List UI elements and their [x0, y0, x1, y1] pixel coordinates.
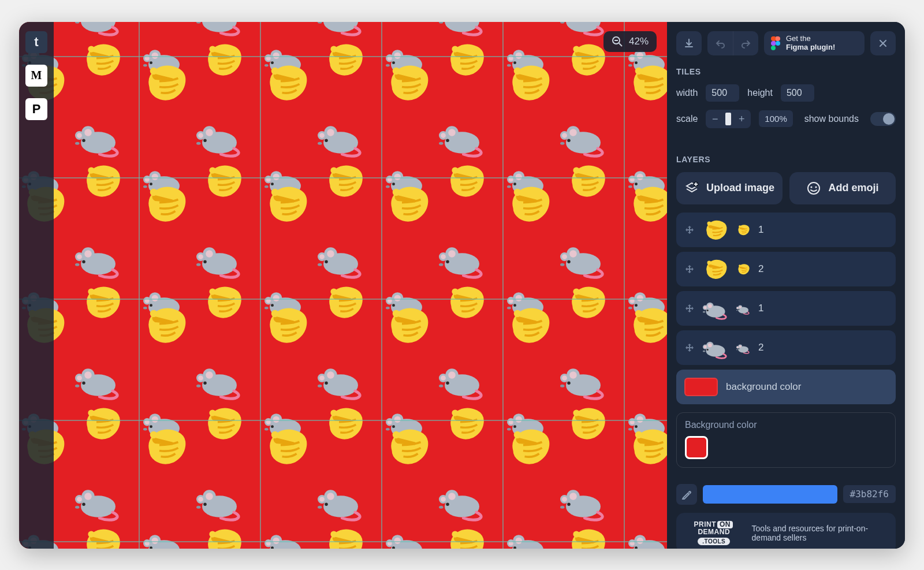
layer-emoji-small	[736, 262, 750, 276]
scale-stepper[interactable]: − +	[706, 110, 751, 128]
show-bounds-toggle[interactable]	[870, 112, 896, 126]
drag-handle-icon[interactable]	[684, 303, 695, 314]
svg-point-12	[808, 182, 819, 194]
layer-label: 1	[758, 224, 763, 236]
layer-emoji-large	[703, 256, 728, 282]
layer-emoji-small	[736, 223, 750, 237]
scale-plus-button[interactable]: +	[735, 114, 748, 124]
undo-button[interactable]	[707, 31, 733, 55]
drag-handle-icon[interactable]	[684, 225, 695, 235]
scale-minus-button[interactable]: −	[708, 114, 722, 124]
tile-width-input[interactable]	[706, 84, 739, 102]
layer-row[interactable]: 1	[676, 213, 896, 247]
layer-label: 2	[758, 263, 763, 275]
right-sidebar: Get the Figma plugin! Tiles width height…	[667, 22, 905, 549]
tile-height-input[interactable]	[781, 84, 814, 102]
footer-brand-card[interactable]: PRINTONDEMAND .TOOLS Tools and resources…	[676, 513, 896, 549]
zoom-indicator[interactable]: 42%	[603, 31, 657, 52]
svg-line-9	[619, 43, 622, 46]
canvas-area[interactable]: 42%	[19, 22, 667, 549]
drag-handle-icon[interactable]	[684, 264, 695, 274]
svg-point-14	[815, 186, 817, 188]
upload-icon	[684, 181, 699, 196]
layer-emoji-small	[736, 301, 750, 315]
width-label: width	[676, 88, 698, 98]
layers-list: 1 2 1 2 background color	[676, 213, 896, 404]
tool-t-button[interactable]: t	[25, 31, 47, 53]
hex-value[interactable]: #3b82f6	[843, 485, 896, 503]
close-button[interactable]	[870, 31, 896, 55]
emoji-icon	[806, 181, 821, 196]
micro-sidebar: t M P	[19, 22, 54, 549]
bg-color-chip[interactable]	[684, 378, 718, 396]
layer-row[interactable]: 1	[676, 291, 896, 326]
zoom-out-icon[interactable]	[612, 36, 623, 47]
figma-text: Get the Figma plugin!	[786, 35, 835, 52]
show-bounds-label: show bounds	[804, 114, 859, 124]
scale-row: scale − + 100% show bounds	[676, 110, 896, 128]
bg-layer-label: background color	[726, 381, 801, 393]
background-color-panel: Background color	[676, 412, 896, 468]
tiles-section-title: Tiles	[676, 67, 896, 76]
layer-label: 2	[758, 342, 763, 353]
tool-p-button[interactable]: P	[25, 98, 47, 120]
eyedropper-button[interactable]	[676, 484, 697, 505]
redo-button[interactable]	[733, 31, 758, 55]
scale-label: scale	[676, 114, 698, 124]
tool-m-button[interactable]: M	[25, 65, 47, 87]
figma-plugin-link[interactable]: Get the Figma plugin!	[764, 31, 865, 55]
layer-row-background[interactable]: background color	[676, 370, 896, 404]
layer-label: 1	[758, 303, 763, 314]
scale-value: 100%	[759, 110, 792, 127]
layer-emoji-large	[703, 296, 728, 321]
layer-row[interactable]: 2	[676, 252, 896, 286]
layer-row[interactable]: 2	[676, 330, 896, 365]
bg-panel-title: Background color	[685, 420, 887, 430]
tile-dimensions-row: width height	[676, 84, 896, 102]
top-toolbar: Get the Figma plugin!	[676, 31, 896, 55]
brand-logo: PRINTONDEMAND .TOOLS	[685, 521, 743, 546]
drag-handle-icon[interactable]	[684, 342, 695, 353]
height-label: height	[747, 88, 773, 98]
layer-emoji-small	[736, 341, 750, 355]
footer-text: Tools and resources for print-on-demand …	[752, 524, 886, 542]
app-window: t M P 42%	[19, 22, 905, 549]
figma-icon	[771, 36, 780, 50]
upload-image-button[interactable]: Upload image	[676, 172, 783, 204]
hex-color-preview[interactable]	[703, 485, 837, 504]
svg-point-13	[811, 186, 813, 188]
layers-section-title: Layers	[676, 155, 896, 164]
pattern-canvas[interactable]	[19, 22, 667, 549]
layer-emoji-large	[703, 335, 728, 360]
scale-slider-handle[interactable]	[725, 113, 731, 125]
bg-color-swatch[interactable]	[685, 436, 708, 459]
download-button[interactable]	[676, 31, 702, 55]
zoom-value: 42%	[629, 36, 649, 47]
hex-color-row: #3b82f6	[676, 484, 896, 505]
layer-emoji-large	[703, 217, 728, 243]
add-emoji-button[interactable]: Add emoji	[789, 172, 896, 204]
